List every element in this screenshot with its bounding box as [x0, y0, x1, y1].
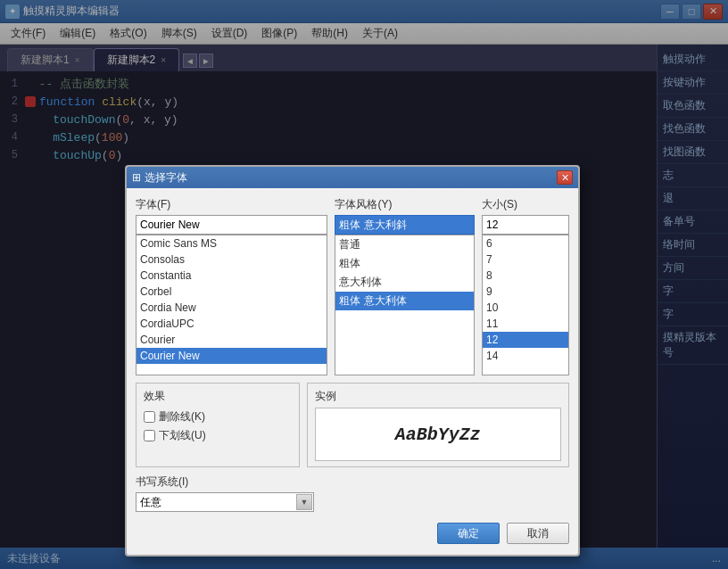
effects-title: 效果	[144, 389, 292, 404]
underline-label: 下划线(U)	[159, 428, 206, 443]
strikethrough-label: 删除线(K)	[159, 409, 205, 425]
style-input[interactable]: 粗体 意大利斜	[335, 215, 475, 235]
strikethrough-row: 删除线(K)	[144, 409, 292, 425]
style-item-normal[interactable]: 普通	[335, 235, 474, 254]
effects-box: 效果 删除线(K) 下划线(U)	[136, 383, 300, 467]
size-item-12[interactable]: 12	[483, 332, 568, 348]
underline-row: 下划线(U)	[144, 428, 292, 443]
font-item-comicsans[interactable]: Comic Sans MS	[136, 235, 327, 252]
font-item-cordiaupc[interactable]: CordiaUPC	[136, 316, 327, 332]
font-item-constantia[interactable]: Constantia	[136, 268, 327, 284]
font-item-consolas[interactable]: Consolas	[136, 252, 327, 268]
font-col-label: 字体(F)	[136, 197, 327, 212]
font-item-cordianew[interactable]: Cordia New	[136, 300, 327, 316]
cancel-button[interactable]: 取消	[507, 523, 569, 544]
style-column: 字体风格(Y) 粗体 意大利斜 普通 粗体 意大利体 粗体 意大利体	[335, 197, 475, 375]
sample-preview: AaBbYyZz	[315, 408, 561, 461]
strikethrough-checkbox[interactable]	[144, 411, 155, 423]
dialog-title-icon: ⊞	[132, 171, 141, 184]
font-list[interactable]: Comic Sans MS Consolas Constantia Corbel…	[136, 235, 327, 375]
dialog-title-text: 选择字体	[145, 170, 187, 186]
size-input[interactable]	[482, 215, 569, 235]
dialog-close-button[interactable]: ✕	[557, 170, 573, 185]
font-item-couriernew[interactable]: Courier New	[136, 348, 327, 364]
size-item-10[interactable]: 10	[483, 300, 568, 316]
size-item-6[interactable]: 6	[483, 235, 568, 252]
dialog-title: ⊞ 选择字体	[132, 170, 187, 186]
sample-box: 实例 AaBbYyZz	[307, 383, 569, 467]
writing-select[interactable]: 任意	[136, 492, 314, 512]
writing-section: 书写系统(I) 任意 ▼	[136, 474, 569, 512]
style-col-label: 字体风格(Y)	[335, 197, 475, 212]
font-input[interactable]	[136, 215, 327, 235]
font-dialog: ⊞ 选择字体 ✕ 字体(F) Comic Sans MS Consolas Co…	[125, 165, 580, 557]
style-item-bold[interactable]: 粗体	[335, 254, 474, 273]
style-item-bold-italic[interactable]: 粗体 意大利体	[335, 292, 474, 310]
writing-select-wrap: 任意 ▼	[136, 492, 314, 512]
size-list[interactable]: 6 7 8 9 10 11 12 14	[482, 235, 569, 375]
font-column: 字体(F) Comic Sans MS Consolas Constantia …	[136, 197, 327, 375]
dialog-title-bar: ⊞ 选择字体 ✕	[127, 167, 578, 188]
dialog-buttons: 确定 取消	[136, 519, 569, 546]
sample-title: 实例	[315, 389, 561, 404]
size-col-label: 大小(S)	[482, 197, 569, 212]
writing-label: 书写系统(I)	[136, 474, 569, 490]
dialog-overlay: ⊞ 选择字体 ✕ 字体(F) Comic Sans MS Consolas Co…	[0, 0, 728, 569]
size-item-9[interactable]: 9	[483, 284, 568, 300]
style-list[interactable]: 普通 粗体 意大利体 粗体 意大利体	[335, 235, 475, 375]
effects-sample-row: 效果 删除线(K) 下划线(U) 实例 AaBbYyZz	[136, 383, 569, 467]
size-item-7[interactable]: 7	[483, 252, 568, 268]
size-column: 大小(S) 6 7 8 9 10 11 12 14	[482, 197, 569, 375]
style-item-italic[interactable]: 意大利体	[335, 273, 474, 292]
dialog-body: 字体(F) Comic Sans MS Consolas Constantia …	[127, 188, 578, 555]
underline-checkbox[interactable]	[144, 430, 155, 441]
dialog-top-row: 字体(F) Comic Sans MS Consolas Constantia …	[136, 197, 569, 375]
size-item-11[interactable]: 11	[483, 316, 568, 332]
ok-button[interactable]: 确定	[437, 523, 500, 544]
font-item-corbel[interactable]: Corbel	[136, 284, 327, 300]
font-item-courier[interactable]: Courier	[136, 332, 327, 348]
size-item-14[interactable]: 14	[483, 348, 568, 364]
size-item-8[interactable]: 8	[483, 268, 568, 284]
